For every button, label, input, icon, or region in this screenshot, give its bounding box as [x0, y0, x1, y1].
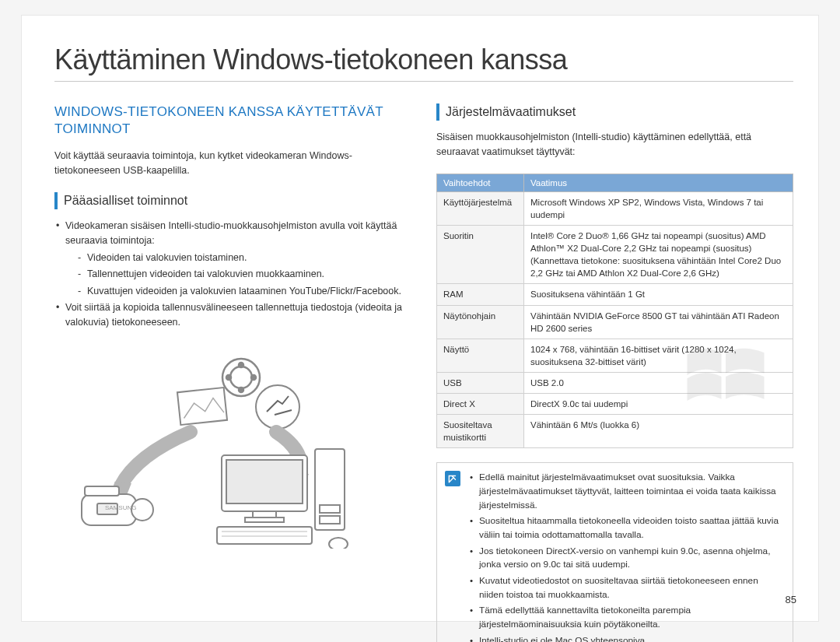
table-cell-label: USB — [437, 372, 524, 393]
illustration-svg: SAMSUNG — [74, 354, 393, 549]
table-row: KäyttöjärjestelmäMicrosoft Windows XP SP… — [437, 191, 793, 225]
requirements-table: Vaihtoehdot Vaatimus KäyttöjärjestelmäMi… — [436, 174, 793, 448]
right-column: Järjestelmävaatimukset Sisäisen muokkaus… — [436, 103, 793, 642]
brand-label: SAMSUNG — [105, 504, 136, 511]
page-title: Käyttäminen Windows-tietokoneen kanssa — [54, 44, 793, 82]
intro-text: Sisäisen muokkausohjelmiston (Intelli-st… — [436, 130, 793, 160]
table-row: RAMSuosituksena vähintään 1 Gt — [437, 284, 793, 305]
table-cell-value: Vähintään NVIDIA GeForce 8500 GT tai väh… — [524, 305, 793, 339]
table-cell-value: DirectX 9.0c tai uudempi — [524, 394, 793, 415]
left-column: WINDOWS-TIETOKONEEN KANSSA KÄYTETTÄVÄT T… — [54, 103, 411, 642]
table-cell-value: 1024 x 768, vähintään 16-bittiset värit … — [524, 339, 793, 372]
svg-rect-17 — [245, 517, 284, 522]
table-cell-value: Suosituksena vähintään 1 Gt — [524, 284, 793, 305]
table-cell-label: Suoritin — [437, 226, 524, 284]
svg-rect-12 — [85, 486, 119, 496]
note-item: Jos tietokoneen DirectX-versio on vanhem… — [470, 545, 783, 572]
svg-point-3 — [239, 388, 243, 392]
table-cell-value: Microsoft Windows XP SP2, Windows Vista,… — [524, 191, 793, 225]
table-row: USBUSB 2.0 — [437, 372, 793, 393]
note-box: Edellä mainitut järjestelmävaatimukset o… — [436, 462, 793, 642]
page-container: Käyttäminen Windows-tietokoneen kanssa W… — [22, 16, 818, 621]
svg-point-7 — [256, 385, 299, 429]
page-number: 85 — [786, 594, 796, 605]
list-item: Videokameran sisäisen Intelli-studio-muo… — [54, 219, 411, 299]
table-row: Näyttö1024 x 768, vähintään 16-bittiset … — [437, 339, 793, 372]
svg-rect-19 — [320, 505, 340, 513]
table-cell-value: USB 2.0 — [524, 372, 793, 393]
svg-rect-15 — [226, 460, 303, 503]
intro-text: Voit käyttää seuraavia toimintoja, kun k… — [54, 149, 411, 178]
svg-point-5 — [251, 375, 256, 380]
table-cell-value: Intel® Core 2 Duo® 1,66 GHz tai nopeampi… — [524, 226, 793, 284]
svg-point-2 — [239, 363, 243, 367]
table-cell-value: Vähintään 6 Mt/s (luokka 6) — [524, 415, 793, 448]
table-row: Direct XDirectX 9.0c tai uudempi — [437, 394, 793, 415]
list-item: Voit siirtää ja kopioida tallennusväline… — [54, 300, 411, 331]
table-header-option: Vaihtoehdot — [437, 174, 524, 191]
table-cell-label: RAM — [437, 284, 524, 305]
table-row: SuoritinIntel® Core 2 Duo® 1,66 GHz tai … — [437, 226, 793, 284]
bullet-text: Videokameran sisäisen Intelli-studio-muo… — [65, 220, 397, 246]
note-item: Intelli-studio ei ole Mac OS yhteensopiv… — [470, 634, 783, 642]
section-heading: WINDOWS-TIETOKONEEN KANSSA KÄYTETTÄVÄT T… — [54, 103, 411, 138]
table-cell-label: Näytönohjain — [437, 305, 524, 339]
subheading-requirements: Järjestelmävaatimukset — [436, 103, 793, 121]
list-item: Tallennettujen videoiden tai valokuvien … — [76, 267, 411, 282]
svg-rect-16 — [253, 511, 276, 517]
illustration-camera-pc: SAMSUNG — [54, 346, 411, 556]
table-cell-label: Direct X — [437, 394, 524, 415]
list-item: Videoiden tai valokuvien toistaminen. — [76, 251, 411, 265]
note-item: Edellä mainitut järjestelmävaatimukset o… — [470, 471, 783, 512]
svg-point-4 — [226, 375, 231, 380]
bullet-list: Videokameran sisäisen Intelli-studio-muo… — [54, 219, 411, 331]
note-item: Suositeltua hitaammalla tietokoneella vi… — [470, 514, 783, 542]
table-cell-label: Näyttö — [437, 339, 524, 372]
note-item: Tämä edellyttää kannettavilta tietokonei… — [470, 604, 783, 631]
note-icon — [445, 471, 460, 486]
columns: WINDOWS-TIETOKONEEN KANSSA KÄYTETTÄVÄT T… — [54, 103, 793, 642]
table-cell-label: Suositeltava muistikortti — [437, 415, 524, 448]
table-header-requirement: Vaatimus — [524, 174, 793, 191]
table-row: Suositeltava muistikorttiVähintään 6 Mt/… — [437, 415, 793, 448]
svg-rect-20 — [320, 516, 340, 524]
svg-rect-21 — [217, 527, 312, 544]
svg-point-24 — [329, 538, 348, 549]
table-cell-label: Käyttöjärjestelmä — [437, 191, 524, 225]
sub-bullet-list: Videoiden tai valokuvien toistaminen. Ta… — [65, 251, 411, 299]
list-item: Kuvattujen videoiden ja valokuvien lataa… — [76, 284, 411, 299]
table-row: NäytönohjainVähintään NVIDIA GeForce 850… — [437, 305, 793, 339]
subheading-main-functions: Pääasialliset toiminnot — [54, 192, 411, 209]
notes-list: Edellä mainitut järjestelmävaatimukset o… — [470, 471, 783, 642]
note-item: Kuvatut videotiedostot on suositeltavaa … — [470, 574, 783, 602]
